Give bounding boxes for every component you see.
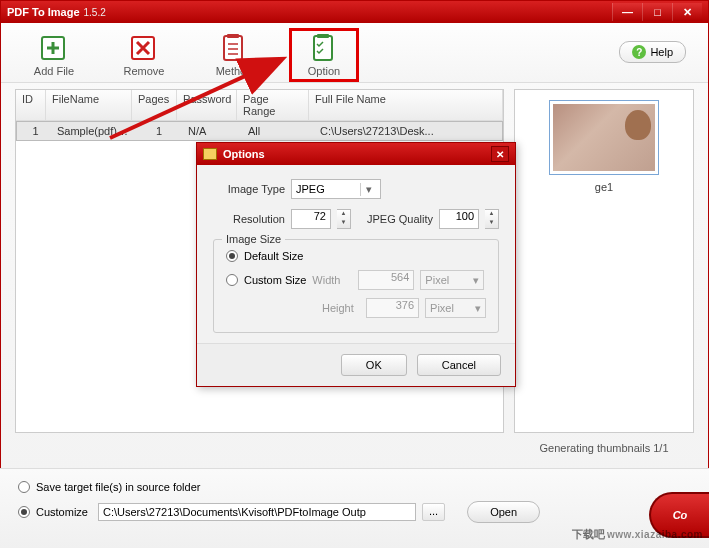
resolution-spinner[interactable]: ▲▼ [337,209,351,229]
jpeg-quality-input[interactable]: 100 [439,209,479,229]
col-pagerange[interactable]: Page Range [237,90,309,120]
option-icon [306,33,342,63]
option-label: Option [292,65,356,77]
dialog-close-button[interactable]: ✕ [491,146,509,162]
app-title: PDF To Image [7,6,80,18]
height-label: Height [322,302,360,314]
method-icon [216,33,252,63]
cell-pages: 1 [137,122,182,140]
chevron-down-icon: ▾ [473,274,479,287]
help-icon: ? [632,45,646,59]
image-size-group-title: Image Size [222,233,285,245]
svg-rect-3 [227,34,239,38]
cell-pagerange: All [242,122,314,140]
col-fullfilename[interactable]: Full File Name [309,90,503,120]
image-size-group: Image Size Default Size Custom Size Widt… [213,239,499,333]
watermark-url: www.xiazaiba.com [607,529,703,540]
image-type-select[interactable]: JPEG ▾ [291,179,381,199]
watermark-text: 下载吧 [572,527,605,542]
width-input[interactable]: 564 [358,270,414,290]
ok-button[interactable]: OK [341,354,407,376]
custom-size-radio[interactable] [226,274,238,286]
width-label: Width [312,274,352,286]
default-size-radio[interactable] [226,250,238,262]
col-password[interactable]: Password [177,90,237,120]
image-type-value: JPEG [296,183,325,195]
chevron-down-icon: ▾ [475,302,481,315]
resolution-label: Resolution [213,213,285,225]
thumbnail-image [553,104,655,171]
browse-button[interactable]: ... [422,503,445,521]
svg-rect-2 [224,36,242,60]
dialog-titlebar: Options ✕ [197,143,515,165]
method-button[interactable]: Method [199,33,269,77]
cancel-button[interactable]: Cancel [417,354,501,376]
cell-id: 1 [21,122,51,140]
app-version: 1.5.2 [84,7,106,18]
remove-icon [126,33,162,63]
thumbnail[interactable] [549,100,659,175]
option-button[interactable]: Option [289,28,359,82]
toolbar: Add File Remove Method Option ? Help [1,23,708,83]
width-unit-select[interactable]: Pixel▾ [420,270,484,290]
height-input[interactable]: 376 [366,298,419,318]
open-button[interactable]: Open [467,501,540,523]
close-button[interactable]: ✕ [672,3,702,21]
customize-radio[interactable] [18,506,30,518]
titlebar: PDF To Image 1.5.2 — □ ✕ [1,1,708,23]
method-label: Method [199,65,269,77]
add-file-icon [36,33,72,63]
table-header: ID FileName Pages Password Page Range Fu… [16,90,503,121]
preview-panel: ge1 Generating thumbnails 1/1 [514,89,694,433]
col-id[interactable]: ID [16,90,46,120]
minimize-button[interactable]: — [612,3,642,21]
customize-label: Customize [36,506,88,518]
maximize-button[interactable]: □ [642,3,672,21]
cell-fullfilename: C:\Users\27213\Desk... [314,122,498,140]
svg-rect-4 [314,36,332,60]
save-in-source-label: Save target file(s) in source folder [36,481,200,493]
chevron-down-icon: ▾ [360,183,376,196]
svg-rect-5 [317,34,329,38]
help-label: Help [650,46,673,58]
cell-password: N/A [182,122,242,140]
jpeg-quality-label: JPEG Quality [357,213,433,225]
remove-button[interactable]: Remove [109,33,179,77]
output-path-input[interactable]: C:\Users\27213\Documents\Kvisoft\PDFtoIm… [98,503,416,521]
col-filename[interactable]: FileName [46,90,132,120]
thumbnail-label: ge1 [525,181,683,193]
image-type-label: Image Type [213,183,285,195]
custom-size-label: Custom Size [244,274,306,286]
jpeg-quality-spinner[interactable]: ▲▼ [485,209,499,229]
table-row[interactable]: 1 Sample(pdf).pdf 1 N/A All C:\Users\272… [16,121,503,141]
resolution-input[interactable]: 72 [291,209,331,229]
thumbnail-status: Generating thumbnails 1/1 [515,442,693,454]
height-unit-select[interactable]: Pixel▾ [425,298,486,318]
cell-filename: Sample(pdf).pdf [51,122,137,140]
options-dialog: Options ✕ Image Type JPEG ▾ Resolution 7… [196,142,516,387]
dialog-icon [203,148,217,160]
watermark: 下载吧 www.xiazaiba.com [572,527,703,542]
dialog-title: Options [223,148,265,160]
default-size-label: Default Size [244,250,303,262]
remove-label: Remove [109,65,179,77]
save-in-source-radio[interactable] [18,481,30,493]
help-button[interactable]: ? Help [619,41,686,63]
add-file-label: Add File [19,65,89,77]
add-file-button[interactable]: Add File [19,33,89,77]
col-pages[interactable]: Pages [132,90,177,120]
